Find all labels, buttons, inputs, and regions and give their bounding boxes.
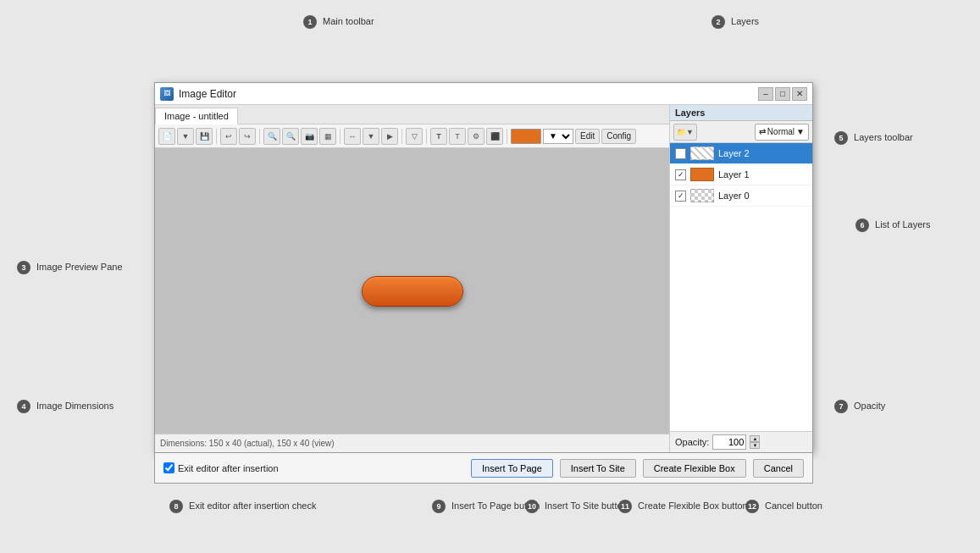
sep5 — [426, 129, 427, 144]
annotation-layers: 2 Layers — [711, 15, 759, 29]
maximize-button[interactable]: □ — [775, 87, 790, 101]
title-controls: – □ ✕ — [758, 87, 807, 101]
opacity-input[interactable] — [712, 434, 746, 450]
edit-link[interactable]: Edit — [575, 129, 600, 144]
dropdown-btn2[interactable]: ▼ — [363, 128, 379, 145]
exit-check-label: Exit editor after insertion — [163, 462, 279, 473]
sep3 — [340, 129, 341, 144]
color-swatch[interactable] — [511, 129, 541, 144]
layer-0-checkbox[interactable] — [675, 191, 686, 202]
config-link[interactable]: Config — [601, 129, 636, 144]
text2-button[interactable]: T — [449, 128, 466, 145]
layers-list: Layer 2 Layer 1 Layer 0 — [670, 143, 812, 431]
insert-to-site-button[interactable]: Insert To Site — [560, 459, 636, 478]
title-bar: 🖼 Image Editor – □ ✕ — [155, 83, 812, 105]
layer-item-1[interactable]: Layer 1 — [670, 164, 812, 185]
settings-button[interactable]: ⚙ — [468, 128, 484, 145]
redo-button[interactable]: ↪ — [239, 128, 256, 145]
blend-icon: ⇄ — [759, 127, 766, 136]
arrow-left-btn[interactable]: ↔ — [344, 128, 361, 145]
zoom-out-button[interactable]: 🔍 — [282, 128, 299, 145]
canvas-area — [155, 148, 669, 434]
image-editor-dialog: 🖼 Image Editor – □ ✕ Image - untitled 📄 … — [154, 82, 813, 453]
grid-button[interactable]: ▦ — [319, 128, 336, 145]
undo-button[interactable]: ↩ — [220, 128, 237, 145]
layer-2-thumb — [690, 147, 714, 160]
preview-button[interactable]: 📷 — [301, 128, 318, 145]
sep1 — [216, 129, 217, 144]
annotation-layers-toolbar: 5 Layers toolbar — [834, 131, 913, 145]
opacity-up-btn[interactable]: ▲ — [750, 435, 760, 442]
close-button[interactable]: ✕ — [792, 87, 807, 101]
annotation-insert-page: 9 Insert To Page button — [432, 500, 540, 513]
blend-mode-label: Normal — [767, 127, 795, 136]
save-button[interactable]: 💾 — [196, 128, 213, 145]
exit-check-text: Exit editor after insertion — [178, 463, 279, 473]
blend-mode-selector[interactable]: ⇄ Normal ▼ — [755, 124, 809, 141]
annotation-opacity: 7 Opacity — [834, 400, 885, 413]
status-bar: Dimensions: 150 x 40 (actual), 150 x 40 … — [155, 434, 669, 452]
object-button[interactable]: ⬛ — [486, 128, 503, 145]
annotation-image-preview: 3 Image Preview Pane — [17, 261, 123, 274]
sep4 — [401, 129, 402, 144]
layer-1-checkbox[interactable] — [675, 169, 686, 180]
annotation-create-flexible: 11 Create Flexible Box button — [618, 500, 748, 513]
zoom-in-button[interactable]: 🔍 — [263, 128, 280, 145]
active-tab[interactable]: Image - untitled — [155, 108, 238, 124]
minimize-button[interactable]: – — [758, 87, 773, 101]
app-icon: 🖼 — [160, 87, 174, 101]
annotation-cancel: 12 Cancel button — [745, 500, 822, 513]
content-area: Image - untitled 📄 ▼ 💾 ↩ ↪ 🔍 🔍 📷 ▦ ↔ ▼ ▶ — [155, 105, 812, 452]
annotation-image-dimensions: 4 Image Dimensions — [17, 400, 114, 413]
layer-1-name: Layer 1 — [718, 169, 807, 180]
layer-0-thumb — [690, 189, 714, 202]
layers-header: Layers — [670, 105, 812, 121]
title-bar-left: 🖼 Image Editor — [160, 87, 236, 101]
dialog-title: Image Editor — [179, 88, 236, 100]
text-button[interactable]: T — [430, 128, 447, 145]
opacity-down-btn[interactable]: ▼ — [750, 442, 760, 449]
layers-toolbar: 📁▼ ⇄ Normal ▼ — [670, 121, 812, 143]
exit-check-input[interactable] — [163, 462, 174, 473]
blend-chevron-icon: ▼ — [796, 127, 805, 136]
layer-2-name: Layer 2 — [718, 148, 807, 158]
opacity-row: Opacity: ▲ ▼ — [670, 431, 812, 452]
main-toolbar: 📄 ▼ 💾 ↩ ↪ 🔍 🔍 📷 ▦ ↔ ▼ ▶ ▽ T T — [155, 124, 669, 148]
annotation-main-toolbar: 1 Main toolbar — [303, 15, 374, 29]
layer-2-checkbox[interactable] — [675, 148, 686, 159]
layer-item-2[interactable]: Layer 2 — [670, 143, 812, 164]
dropdown-arrow-btn[interactable]: ▼ — [177, 128, 194, 145]
layers-add-btn[interactable]: 📁▼ — [673, 124, 697, 141]
layer-1-thumb — [690, 168, 714, 181]
action-bar: Exit editor after insertion Insert To Pa… — [154, 453, 813, 484]
filter-button[interactable]: ▽ — [406, 128, 423, 145]
sep2 — [259, 129, 260, 144]
editor-pane: Image - untitled 📄 ▼ 💾 ↩ ↪ 🔍 🔍 📷 ▦ ↔ ▼ ▶ — [155, 105, 670, 452]
annotation-insert-site: 10 Insert To Site button — [525, 500, 628, 513]
cancel-button[interactable]: Cancel — [753, 459, 804, 478]
insert-to-page-button[interactable]: Insert To Page — [471, 459, 553, 478]
button-preview — [362, 276, 463, 307]
layer-item-0[interactable]: Layer 0 — [670, 185, 812, 207]
new-button[interactable]: 📄 — [158, 128, 175, 145]
opacity-label: Opacity: — [675, 437, 709, 447]
sep6 — [507, 129, 507, 144]
play-button[interactable]: ▶ — [381, 128, 398, 145]
annotation-list-of-layers: 6 List of Layers — [855, 218, 930, 232]
layers-pane: Layers 📁▼ ⇄ Normal ▼ Layer 2 — [670, 105, 812, 452]
mode-dropdown[interactable]: ▼ — [543, 129, 573, 144]
tab-bar: Image - untitled — [155, 105, 669, 124]
layer-0-name: Layer 0 — [718, 191, 807, 201]
opacity-spinner: ▲ ▼ — [750, 435, 760, 449]
create-flexible-box-button[interactable]: Create Flexible Box — [643, 459, 746, 478]
annotation-exit-check: 8 Exit editor after insertion check — [169, 500, 316, 513]
dimensions-text: Dimensions: 150 x 40 (actual), 150 x 40 … — [160, 439, 335, 448]
